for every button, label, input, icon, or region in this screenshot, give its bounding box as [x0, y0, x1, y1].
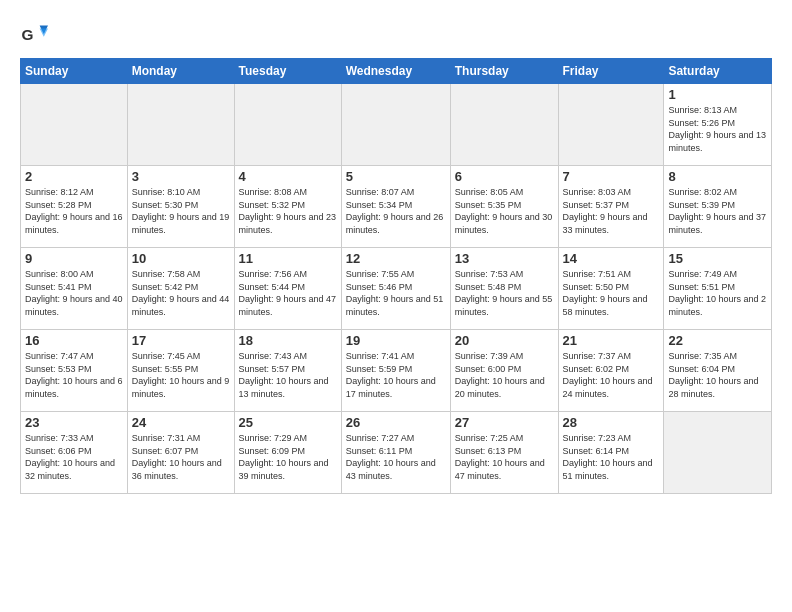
calendar-cell: 9Sunrise: 8:00 AM Sunset: 5:41 PM Daylig… [21, 248, 128, 330]
calendar-cell: 6Sunrise: 8:05 AM Sunset: 5:35 PM Daylig… [450, 166, 558, 248]
calendar-cell: 2Sunrise: 8:12 AM Sunset: 5:28 PM Daylig… [21, 166, 128, 248]
week-row-2: 2Sunrise: 8:12 AM Sunset: 5:28 PM Daylig… [21, 166, 772, 248]
calendar-cell: 14Sunrise: 7:51 AM Sunset: 5:50 PM Dayli… [558, 248, 664, 330]
weekday-header-monday: Monday [127, 59, 234, 84]
day-info: Sunrise: 7:35 AM Sunset: 6:04 PM Dayligh… [668, 350, 767, 400]
logo-icon: G [20, 20, 48, 48]
day-info: Sunrise: 7:33 AM Sunset: 6:06 PM Dayligh… [25, 432, 123, 482]
day-number: 25 [239, 415, 337, 430]
calendar-cell [234, 84, 341, 166]
day-number: 6 [455, 169, 554, 184]
day-info: Sunrise: 8:05 AM Sunset: 5:35 PM Dayligh… [455, 186, 554, 236]
weekday-header-saturday: Saturday [664, 59, 772, 84]
day-number: 5 [346, 169, 446, 184]
day-number: 13 [455, 251, 554, 266]
day-info: Sunrise: 8:13 AM Sunset: 5:26 PM Dayligh… [668, 104, 767, 154]
calendar-cell: 4Sunrise: 8:08 AM Sunset: 5:32 PM Daylig… [234, 166, 341, 248]
day-number: 21 [563, 333, 660, 348]
day-info: Sunrise: 7:49 AM Sunset: 5:51 PM Dayligh… [668, 268, 767, 318]
calendar-cell: 25Sunrise: 7:29 AM Sunset: 6:09 PM Dayli… [234, 412, 341, 494]
calendar-cell: 10Sunrise: 7:58 AM Sunset: 5:42 PM Dayli… [127, 248, 234, 330]
calendar-cell [558, 84, 664, 166]
day-number: 16 [25, 333, 123, 348]
weekday-header-friday: Friday [558, 59, 664, 84]
calendar-cell: 23Sunrise: 7:33 AM Sunset: 6:06 PM Dayli… [21, 412, 128, 494]
calendar-header-row: SundayMondayTuesdayWednesdayThursdayFrid… [21, 59, 772, 84]
day-number: 26 [346, 415, 446, 430]
day-number: 2 [25, 169, 123, 184]
day-number: 17 [132, 333, 230, 348]
day-number: 9 [25, 251, 123, 266]
day-number: 12 [346, 251, 446, 266]
day-number: 24 [132, 415, 230, 430]
calendar-cell: 16Sunrise: 7:47 AM Sunset: 5:53 PM Dayli… [21, 330, 128, 412]
week-row-5: 23Sunrise: 7:33 AM Sunset: 6:06 PM Dayli… [21, 412, 772, 494]
day-number: 11 [239, 251, 337, 266]
calendar-cell: 5Sunrise: 8:07 AM Sunset: 5:34 PM Daylig… [341, 166, 450, 248]
day-number: 20 [455, 333, 554, 348]
calendar-cell: 3Sunrise: 8:10 AM Sunset: 5:30 PM Daylig… [127, 166, 234, 248]
day-number: 1 [668, 87, 767, 102]
day-number: 23 [25, 415, 123, 430]
day-info: Sunrise: 8:10 AM Sunset: 5:30 PM Dayligh… [132, 186, 230, 236]
day-number: 8 [668, 169, 767, 184]
calendar-cell: 1Sunrise: 8:13 AM Sunset: 5:26 PM Daylig… [664, 84, 772, 166]
calendar-cell [127, 84, 234, 166]
day-info: Sunrise: 7:41 AM Sunset: 5:59 PM Dayligh… [346, 350, 446, 400]
day-info: Sunrise: 7:23 AM Sunset: 6:14 PM Dayligh… [563, 432, 660, 482]
calendar: SundayMondayTuesdayWednesdayThursdayFrid… [20, 58, 772, 494]
header-area: G [20, 16, 772, 48]
day-info: Sunrise: 7:25 AM Sunset: 6:13 PM Dayligh… [455, 432, 554, 482]
day-info: Sunrise: 7:27 AM Sunset: 6:11 PM Dayligh… [346, 432, 446, 482]
logo: G [20, 20, 50, 48]
day-info: Sunrise: 7:39 AM Sunset: 6:00 PM Dayligh… [455, 350, 554, 400]
calendar-cell: 22Sunrise: 7:35 AM Sunset: 6:04 PM Dayli… [664, 330, 772, 412]
day-info: Sunrise: 7:47 AM Sunset: 5:53 PM Dayligh… [25, 350, 123, 400]
calendar-cell: 26Sunrise: 7:27 AM Sunset: 6:11 PM Dayli… [341, 412, 450, 494]
calendar-cell: 20Sunrise: 7:39 AM Sunset: 6:00 PM Dayli… [450, 330, 558, 412]
calendar-cell: 24Sunrise: 7:31 AM Sunset: 6:07 PM Dayli… [127, 412, 234, 494]
day-info: Sunrise: 7:29 AM Sunset: 6:09 PM Dayligh… [239, 432, 337, 482]
day-number: 27 [455, 415, 554, 430]
weekday-header-sunday: Sunday [21, 59, 128, 84]
day-info: Sunrise: 7:43 AM Sunset: 5:57 PM Dayligh… [239, 350, 337, 400]
week-row-1: 1Sunrise: 8:13 AM Sunset: 5:26 PM Daylig… [21, 84, 772, 166]
calendar-cell: 15Sunrise: 7:49 AM Sunset: 5:51 PM Dayli… [664, 248, 772, 330]
calendar-cell: 11Sunrise: 7:56 AM Sunset: 5:44 PM Dayli… [234, 248, 341, 330]
day-info: Sunrise: 7:45 AM Sunset: 5:55 PM Dayligh… [132, 350, 230, 400]
day-number: 4 [239, 169, 337, 184]
page-container: G SundayMondayTuesdayWednesdayThursdayFr… [0, 0, 792, 504]
day-number: 18 [239, 333, 337, 348]
day-info: Sunrise: 8:02 AM Sunset: 5:39 PM Dayligh… [668, 186, 767, 236]
day-info: Sunrise: 7:37 AM Sunset: 6:02 PM Dayligh… [563, 350, 660, 400]
calendar-cell: 8Sunrise: 8:02 AM Sunset: 5:39 PM Daylig… [664, 166, 772, 248]
calendar-cell: 27Sunrise: 7:25 AM Sunset: 6:13 PM Dayli… [450, 412, 558, 494]
day-number: 22 [668, 333, 767, 348]
day-info: Sunrise: 7:51 AM Sunset: 5:50 PM Dayligh… [563, 268, 660, 318]
day-info: Sunrise: 8:03 AM Sunset: 5:37 PM Dayligh… [563, 186, 660, 236]
week-row-3: 9Sunrise: 8:00 AM Sunset: 5:41 PM Daylig… [21, 248, 772, 330]
calendar-cell: 28Sunrise: 7:23 AM Sunset: 6:14 PM Dayli… [558, 412, 664, 494]
day-number: 10 [132, 251, 230, 266]
day-info: Sunrise: 7:56 AM Sunset: 5:44 PM Dayligh… [239, 268, 337, 318]
day-number: 28 [563, 415, 660, 430]
day-info: Sunrise: 7:31 AM Sunset: 6:07 PM Dayligh… [132, 432, 230, 482]
svg-marker-2 [40, 28, 48, 36]
calendar-cell [664, 412, 772, 494]
calendar-cell: 21Sunrise: 7:37 AM Sunset: 6:02 PM Dayli… [558, 330, 664, 412]
week-row-4: 16Sunrise: 7:47 AM Sunset: 5:53 PM Dayli… [21, 330, 772, 412]
calendar-cell: 18Sunrise: 7:43 AM Sunset: 5:57 PM Dayli… [234, 330, 341, 412]
day-info: Sunrise: 8:07 AM Sunset: 5:34 PM Dayligh… [346, 186, 446, 236]
day-number: 19 [346, 333, 446, 348]
day-info: Sunrise: 8:00 AM Sunset: 5:41 PM Dayligh… [25, 268, 123, 318]
day-number: 7 [563, 169, 660, 184]
weekday-header-thursday: Thursday [450, 59, 558, 84]
day-info: Sunrise: 7:55 AM Sunset: 5:46 PM Dayligh… [346, 268, 446, 318]
day-info: Sunrise: 7:53 AM Sunset: 5:48 PM Dayligh… [455, 268, 554, 318]
svg-text:G: G [21, 26, 33, 43]
calendar-cell [21, 84, 128, 166]
day-info: Sunrise: 7:58 AM Sunset: 5:42 PM Dayligh… [132, 268, 230, 318]
calendar-cell [450, 84, 558, 166]
calendar-cell: 17Sunrise: 7:45 AM Sunset: 5:55 PM Dayli… [127, 330, 234, 412]
day-number: 14 [563, 251, 660, 266]
